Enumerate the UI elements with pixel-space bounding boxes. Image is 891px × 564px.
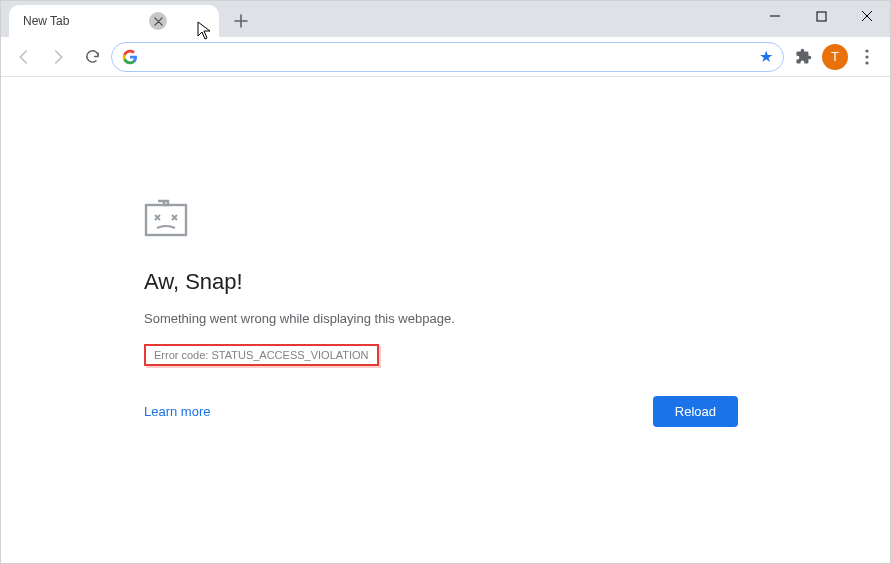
page-content: Aw, Snap! Something went wrong while dis… <box>1 77 890 563</box>
learn-more-link[interactable]: Learn more <box>144 404 210 419</box>
svg-point-3 <box>865 61 868 64</box>
svg-point-1 <box>865 49 868 52</box>
error-code: Error code: STATUS_ACCESS_VIOLATION <box>144 344 379 366</box>
minimize-button[interactable] <box>752 1 798 31</box>
profile-avatar[interactable]: T <box>822 44 848 70</box>
error-message: Something went wrong while displaying th… <box>144 311 744 326</box>
close-window-button[interactable] <box>844 1 890 31</box>
address-bar[interactable]: ★ <box>111 42 784 72</box>
svg-rect-4 <box>146 205 186 235</box>
error-title: Aw, Snap! <box>144 269 744 295</box>
sad-folder-icon <box>144 197 188 237</box>
maximize-button[interactable] <box>798 1 844 31</box>
window-controls <box>752 1 890 37</box>
profile-initial: T <box>831 49 839 64</box>
error-actions: Learn more Reload <box>144 396 738 427</box>
menu-button[interactable] <box>852 42 882 72</box>
back-button[interactable] <box>9 42 39 72</box>
browser-window: New Tab ★ T <box>0 0 891 564</box>
tab-title: New Tab <box>23 14 69 28</box>
url-input[interactable] <box>146 49 751 65</box>
tab-strip: New Tab <box>1 1 890 37</box>
reload-toolbar-button[interactable] <box>77 42 107 72</box>
error-page: Aw, Snap! Something went wrong while dis… <box>144 197 744 427</box>
extensions-button[interactable] <box>788 42 818 72</box>
browser-tab[interactable]: New Tab <box>9 5 219 37</box>
forward-button[interactable] <box>43 42 73 72</box>
svg-point-2 <box>865 55 868 58</box>
bookmark-star-icon[interactable]: ★ <box>759 47 773 66</box>
toolbar: ★ T <box>1 37 890 77</box>
svg-rect-0 <box>817 12 826 21</box>
reload-button[interactable]: Reload <box>653 396 738 427</box>
new-tab-button[interactable] <box>227 7 255 35</box>
close-tab-button[interactable] <box>149 12 167 30</box>
google-icon <box>122 49 138 65</box>
